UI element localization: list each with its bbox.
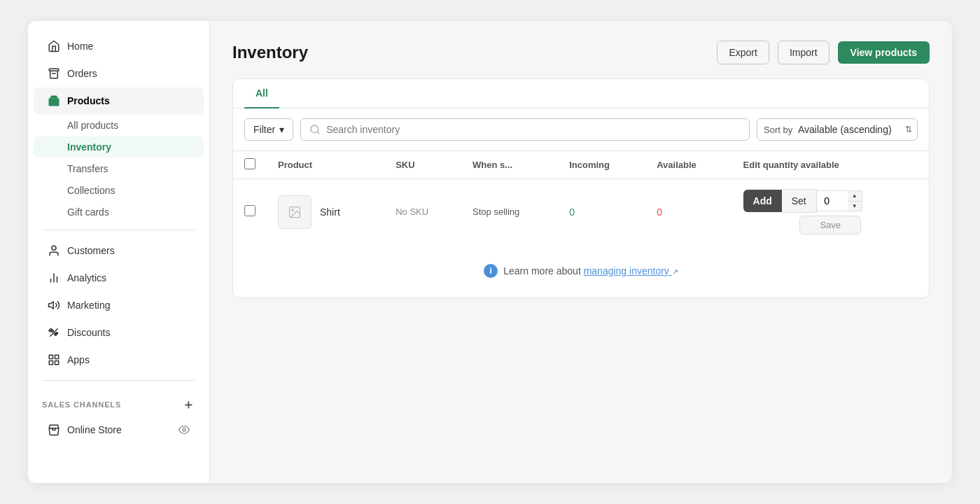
svg-rect-13	[49, 361, 52, 365]
transfers-label: Transfers	[67, 163, 108, 174]
add-sales-channel-icon[interactable]: ＋	[182, 396, 195, 413]
sku-value: No SKU	[396, 206, 428, 217]
sidebar-item-orders-label: Orders	[67, 68, 97, 79]
sidebar-item-online-store[interactable]: Online Store	[34, 416, 204, 443]
collections-label: Collections	[67, 185, 115, 196]
available-value: 0	[657, 206, 662, 218]
info-text: Learn more about managing inventory ↗	[503, 265, 678, 276]
online-store-icon	[48, 424, 60, 436]
product-name: Shirt	[320, 206, 340, 218]
page-header: Inventory Export Import View products	[232, 41, 930, 64]
svg-point-15	[183, 428, 186, 431]
search-box	[300, 118, 750, 141]
analytics-icon	[48, 272, 60, 284]
products-icon	[48, 94, 60, 107]
sidebar-item-collections[interactable]: Collections	[34, 180, 204, 201]
row-incoming-cell: 0	[558, 179, 645, 245]
sidebar-divider	[42, 230, 195, 230]
svg-rect-14	[55, 361, 59, 365]
th-incoming: Incoming	[558, 151, 645, 179]
add-qty-button[interactable]: Add	[743, 190, 782, 212]
managing-inventory-link[interactable]: managing inventory ↗	[584, 265, 678, 276]
sort-wrapper: Available (ascending) Available (descend…	[757, 118, 918, 141]
customers-icon	[48, 244, 60, 257]
set-qty-button[interactable]: Set	[782, 189, 817, 213]
orders-icon	[48, 67, 60, 80]
discounts-icon	[48, 326, 60, 339]
sidebar-item-orders[interactable]: Orders	[34, 60, 204, 87]
apps-icon	[48, 354, 60, 366]
qty-decrement-button[interactable]: ▼	[848, 202, 862, 211]
header-actions: Export Import View products	[717, 41, 930, 64]
sidebar-item-inventory[interactable]: Inventory	[34, 136, 204, 158]
sidebar-item-gift-cards[interactable]: Gift cards	[34, 202, 204, 223]
online-store-label: Online Store	[67, 424, 122, 435]
qty-increment-button[interactable]: ▲	[848, 191, 862, 202]
sidebar-item-products[interactable]: Products	[34, 88, 204, 114]
inventory-table: Product SKU When s... Incoming Available	[233, 151, 929, 244]
th-sku: SKU	[384, 151, 461, 179]
import-button[interactable]: Import	[778, 41, 830, 64]
table-header: Product SKU When s... Incoming Available	[233, 151, 929, 179]
sidebar-item-apps-label: Apps	[67, 354, 90, 365]
sidebar-item-discounts[interactable]: Discounts	[34, 319, 204, 346]
sidebar-item-analytics-label: Analytics	[67, 272, 106, 284]
product-thumbnail	[278, 195, 312, 229]
online-store-eye-icon[interactable]	[178, 424, 190, 435]
row-when-sold-cell: Stop selling	[461, 179, 558, 245]
export-button[interactable]: Export	[717, 41, 769, 64]
tab-all[interactable]: All	[244, 79, 279, 108]
all-products-label: All products	[67, 120, 118, 131]
gift-cards-label: Gift cards	[67, 206, 109, 218]
svg-rect-2	[49, 98, 59, 106]
home-icon	[48, 40, 60, 52]
th-checkbox	[233, 151, 267, 179]
svg-rect-12	[55, 355, 59, 358]
view-products-button[interactable]: View products	[838, 41, 930, 64]
row-product-cell: Shirt	[267, 179, 384, 245]
filter-button[interactable]: Filter ▾	[244, 118, 293, 141]
row-checkbox[interactable]	[244, 205, 255, 216]
select-all-checkbox[interactable]	[244, 158, 255, 169]
sidebar-item-marketing[interactable]: Marketing	[34, 292, 204, 318]
incoming-value: 0	[569, 206, 575, 218]
th-product: Product	[267, 151, 384, 179]
external-link-icon: ↗	[672, 267, 678, 276]
save-button[interactable]: Save	[799, 216, 861, 234]
sidebar: Home Orders Products	[28, 21, 210, 483]
sales-channels-label: SALES CHANNELS ＋	[28, 388, 209, 416]
filter-label: Filter	[253, 124, 275, 135]
th-when-sold: When s...	[461, 151, 558, 179]
sidebar-item-all-products[interactable]: All products	[34, 115, 204, 136]
sidebar-sub-items: All products Inventory Transfers Collect…	[28, 115, 209, 223]
sort-select[interactable]: Available (ascending) Available (descend…	[757, 118, 918, 141]
sidebar-item-home[interactable]: Home	[34, 33, 204, 59]
toolbar: Filter ▾ Available (ascending)	[233, 108, 929, 151]
qty-input[interactable]	[817, 192, 848, 210]
edit-qty-container: Add Set ▲ ▼	[743, 189, 918, 234]
page-title: Inventory	[232, 43, 308, 62]
th-edit-qty: Edit quantity available	[732, 151, 929, 179]
search-icon	[309, 124, 321, 135]
sidebar-item-customers[interactable]: Customers	[34, 237, 204, 264]
search-input[interactable]	[326, 124, 741, 135]
sidebar-item-analytics[interactable]: Analytics	[34, 265, 204, 291]
table-row: Shirt No SKU Stop selling 0	[233, 179, 929, 245]
row-checkbox-cell	[233, 179, 267, 245]
marketing-icon	[48, 299, 60, 312]
sidebar-item-discounts-label: Discounts	[67, 327, 110, 338]
sidebar-item-home-label: Home	[67, 41, 93, 52]
svg-point-19	[292, 209, 294, 211]
sidebar-item-customers-label: Customers	[67, 245, 115, 256]
sidebar-item-marketing-label: Marketing	[67, 300, 110, 311]
svg-line-17	[317, 132, 319, 134]
sidebar-item-transfers[interactable]: Transfers	[34, 158, 204, 179]
inventory-label: Inventory	[67, 141, 111, 153]
main-content: Inventory Export Import View products Al…	[210, 21, 952, 483]
when-sold-value: Stop selling	[472, 206, 519, 217]
row-available-cell: 0	[645, 179, 732, 245]
sidebar-item-apps[interactable]: Apps	[34, 346, 204, 373]
filter-chevron-icon: ▾	[279, 124, 284, 135]
svg-marker-7	[49, 302, 54, 309]
sidebar-divider-2	[42, 380, 195, 381]
